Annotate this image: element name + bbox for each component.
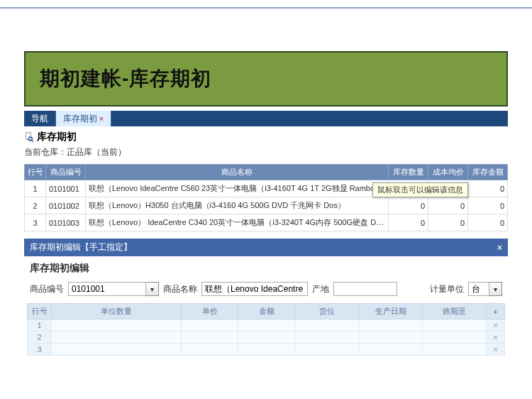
table-row[interactable]: 3 × — [28, 344, 505, 356]
cell-rownum: 2 — [25, 197, 46, 214]
col-row[interactable]: 行号 — [25, 165, 46, 180]
cell[interactable] — [295, 332, 359, 344]
section-title: 库存期初 — [37, 131, 77, 143]
cell-amt: 0 — [468, 197, 508, 214]
cell-qty: 0 — [389, 214, 428, 231]
cell[interactable] — [238, 332, 295, 344]
delete-row-icon[interactable]: × — [487, 332, 505, 344]
table-row[interactable]: 2 0101002 联想（Lenovo）H3050 台式电脑（i3-4160 4… — [25, 197, 508, 214]
dialog-header: 库存期初编辑【手工指定】 × — [24, 239, 508, 256]
dialog-header-title: 库存期初编辑【手工指定】 — [30, 241, 132, 253]
cell[interactable] — [238, 319, 295, 332]
input-unit[interactable] — [468, 282, 489, 296]
cell-name: 联想（Lenovo）H3050 台式电脑（i3-4160 4G 500G DVD… — [86, 197, 389, 214]
slide-title-box: 期初建帐-库存期初 — [24, 51, 508, 106]
col-avg[interactable]: 成本均价 — [428, 165, 468, 180]
svg-line-2 — [32, 140, 34, 142]
cell-amt: 0 — [468, 180, 508, 197]
cell-avg: 0 — [428, 197, 468, 214]
scol-loc[interactable]: 货位 — [295, 304, 359, 319]
cell-code: 0101003 — [46, 214, 86, 231]
table-row[interactable]: 3 0101003 联想（Lenovo） IdeaCentre C340 20英… — [25, 214, 508, 231]
cell[interactable] — [182, 319, 238, 332]
cell-rownum: 1 — [28, 319, 52, 332]
cell-name: 联想（Lenovo） IdeaCentre C340 20英寸一体电脑（i3-3… — [86, 214, 389, 231]
scol-price[interactable]: 单价 — [182, 304, 238, 319]
label-origin: 产地 — [312, 283, 329, 295]
cell-code: 0101002 — [46, 197, 86, 214]
col-code[interactable]: 商品编号 — [46, 165, 86, 180]
cell[interactable] — [423, 332, 487, 344]
nav-tab-inventory-open[interactable]: 库存期初 × — [56, 111, 111, 126]
nav-bar: 导航 库存期初 × — [24, 111, 508, 126]
grid-header-row: 行号 商品编号 商品名称 库存数量 成本均价 库存金额 — [25, 165, 508, 180]
cell-amt: 0 — [468, 214, 508, 231]
slide-title: 期初建帐-库存期初 — [40, 65, 492, 92]
cell[interactable] — [359, 332, 423, 344]
cell[interactable] — [423, 319, 487, 332]
scol-unitqty[interactable]: 单位数量 — [52, 304, 182, 319]
edit-tooltip: 鼠标双击可以编辑该信息 — [372, 182, 468, 197]
label-code: 商品编号 — [30, 283, 64, 295]
lookup-icon[interactable]: ▾ — [489, 282, 502, 296]
slide-divider — [0, 7, 532, 9]
search-doc-icon — [24, 132, 34, 142]
subgrid-header-row: 行号 单位数量 单价 金额 货位 生产日期 效期至 + — [28, 304, 505, 319]
warehouse-value: 正品库（当前） — [67, 147, 126, 157]
col-name[interactable]: 商品名称 — [86, 165, 389, 180]
grid-wrapper: 行号 商品编号 商品名称 库存数量 成本均价 库存金额 1 0101001 联想… — [24, 164, 508, 231]
cell-name: 联想（Lenovo IdeaCentre C560 23英寸一体电脑（i3-41… — [86, 180, 389, 197]
col-qty[interactable]: 库存数量 — [389, 165, 428, 180]
cell[interactable] — [359, 344, 423, 356]
warehouse-label: 当前仓库： — [24, 147, 67, 157]
close-icon[interactable]: × — [99, 115, 104, 123]
nav-label: 导航 — [31, 113, 48, 125]
input-code[interactable] — [68, 282, 146, 296]
inventory-grid: 行号 商品编号 商品名称 库存数量 成本均价 库存金额 1 0101001 联想… — [24, 164, 508, 231]
cell[interactable] — [359, 319, 423, 332]
cell-rownum: 3 — [25, 214, 46, 231]
content-area: 库存期初 当前仓库：正品库（当前） 行号 商品编号 商品名称 库存数量 成本均价… — [24, 131, 508, 360]
cell-code: 0101001 — [46, 180, 86, 197]
dialog-title: 库存期初编辑 — [30, 262, 505, 275]
nav-tab-label: 库存期初 — [63, 113, 97, 125]
cell-rownum: 1 — [25, 180, 46, 197]
delete-row-icon[interactable]: × — [487, 344, 505, 356]
cell-rownum: 2 — [28, 332, 52, 344]
cell[interactable] — [52, 344, 182, 356]
delete-row-icon[interactable]: × — [487, 319, 505, 332]
table-row[interactable]: 1 × — [28, 319, 505, 332]
lookup-icon[interactable]: ▾ — [146, 282, 159, 296]
input-name[interactable] — [201, 282, 308, 296]
input-origin[interactable] — [333, 282, 397, 296]
cell[interactable] — [182, 332, 238, 344]
label-name: 商品名称 — [163, 283, 197, 295]
col-amt[interactable]: 库存金额 — [468, 165, 508, 180]
cell[interactable] — [295, 319, 359, 332]
scol-pdate[interactable]: 生产日期 — [359, 304, 423, 319]
detail-grid: 行号 单位数量 单价 金额 货位 生产日期 效期至 + 1 × 2 — [27, 303, 505, 356]
section-header: 库存期初 — [24, 131, 508, 143]
cell-rownum: 3 — [28, 344, 52, 356]
cell[interactable] — [423, 344, 487, 356]
table-row[interactable]: 2 × — [28, 332, 505, 344]
scol-plus[interactable]: + — [487, 304, 505, 319]
cell[interactable] — [52, 332, 182, 344]
cell[interactable] — [52, 319, 182, 332]
cell[interactable] — [182, 344, 238, 356]
scol-row[interactable]: 行号 — [28, 304, 52, 319]
nav-item-guide[interactable]: 导航 — [24, 111, 56, 126]
warehouse-info: 当前仓库：正品库（当前） — [24, 146, 508, 158]
cell-qty: 0 — [389, 197, 428, 214]
cell[interactable] — [295, 344, 359, 356]
cell-avg: 0 — [428, 214, 468, 231]
cell[interactable] — [238, 344, 295, 356]
scol-exp[interactable]: 效期至 — [423, 304, 487, 319]
dialog-body: 库存期初编辑 商品编号 ▾ 商品名称 产地 计量单位 ▾ 行号 单位数量 单价 — [24, 256, 508, 360]
form-row: 商品编号 ▾ 商品名称 产地 计量单位 ▾ — [27, 282, 505, 296]
label-unit: 计量单位 — [430, 283, 464, 295]
close-icon[interactable]: × — [497, 243, 502, 253]
scol-amount[interactable]: 金额 — [238, 304, 295, 319]
